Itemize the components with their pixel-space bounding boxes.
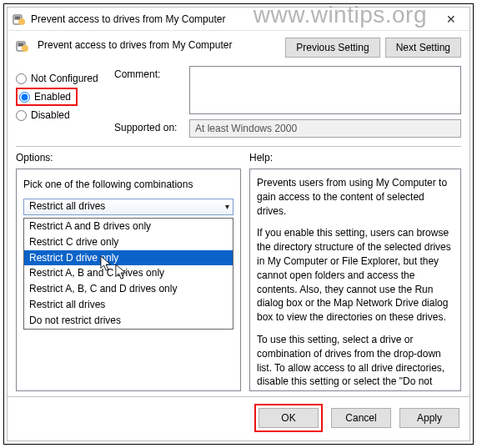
radio-enabled[interactable]: Enabled (19, 89, 71, 104)
help-paragraph: If you enable this setting, users can br… (257, 226, 454, 325)
radio-not-configured-label: Not Configured (31, 73, 98, 84)
next-setting-button[interactable]: Next Setting (385, 38, 461, 58)
combo-caption: Pick one of the following combinations (23, 178, 233, 192)
help-paragraph: Prevents users from using My Computer to… (257, 176, 454, 218)
comment-label: Comment: (114, 66, 189, 80)
chevron-down-icon: ▾ (225, 201, 229, 213)
combo-option[interactable]: Restrict D drive only (24, 250, 233, 266)
titlebar: Prevent access to drives from My Compute… (8, 8, 469, 31)
svg-rect-5 (18, 43, 23, 44)
dialog-button-row: OK Cancel Apply (8, 396, 469, 440)
svg-rect-1 (15, 17, 20, 18)
supported-on-field (189, 119, 461, 138)
radio-disabled[interactable]: Disabled (16, 106, 108, 124)
radio-disabled-label: Disabled (31, 109, 70, 121)
cancel-button[interactable]: Cancel (331, 408, 391, 428)
radio-group: Not Configured Enabled Disabled (16, 66, 108, 138)
help-paragraph: To use this setting, select a drive or c… (257, 333, 454, 391)
help-label: Help: (249, 152, 461, 164)
options-panel: Pick one of the following combinations R… (16, 169, 241, 391)
combo-option[interactable]: Restrict C drive only (24, 234, 233, 250)
combo-option[interactable]: Restrict all drives (24, 297, 233, 313)
policy-icon (16, 39, 29, 53)
settings-area: Not Configured Enabled Disabled Comment:… (8, 61, 469, 138)
close-button[interactable]: ✕ (434, 9, 468, 29)
combo-dropdown[interactable]: Restrict A and B drives onlyRestrict C d… (23, 218, 233, 330)
page-title: Prevent access to drives from My Compute… (38, 38, 277, 51)
previous-setting-button[interactable]: Previous Setting (285, 38, 379, 58)
svg-point-7 (22, 45, 28, 52)
dialog-window: Prevent access to drives from My Compute… (7, 7, 470, 441)
radio-disabled-input[interactable] (16, 110, 27, 121)
svg-point-3 (18, 18, 25, 25)
options-label: Options: (16, 152, 241, 164)
lower-area: Options: Pick one of the following combi… (8, 147, 469, 391)
drive-combo[interactable]: Restrict all drives ▾ (23, 199, 233, 215)
policy-icon (13, 13, 26, 26)
combo-option[interactable]: Restrict A, B, C and D drives only (24, 281, 233, 297)
combo-option[interactable]: Do not restrict drives (24, 313, 233, 329)
radio-not-configured-input[interactable] (16, 73, 27, 84)
combo-selected-value: Restrict all drives (29, 199, 105, 214)
supported-on-label: Supported on: (114, 119, 189, 133)
svg-rect-6 (18, 45, 23, 46)
radio-enabled-input[interactable] (19, 92, 30, 103)
window-title: Prevent access to drives from My Compute… (31, 13, 434, 25)
ok-button[interactable]: OK (259, 408, 319, 428)
apply-button[interactable]: Apply (399, 408, 459, 428)
comment-textarea[interactable] (189, 66, 461, 114)
combo-option[interactable]: Restrict A and B drives only (24, 219, 233, 234)
svg-rect-2 (15, 18, 20, 19)
combo-option[interactable]: Restrict A, B and C drives only (24, 265, 233, 281)
header-row: Prevent access to drives from My Compute… (8, 31, 469, 61)
radio-enabled-label: Enabled (34, 91, 71, 103)
radio-not-configured[interactable]: Not Configured (16, 69, 108, 88)
help-panel: Prevents users from using My Computer to… (249, 169, 461, 391)
